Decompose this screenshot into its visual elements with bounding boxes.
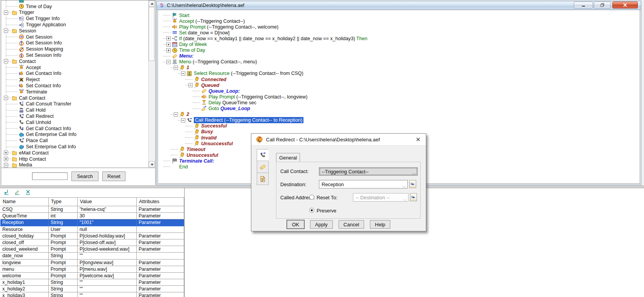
script-step-row[interactable]: Queued bbox=[161, 82, 640, 88]
close-button[interactable] bbox=[612, 2, 638, 8]
cancel-button[interactable]: Cancel bbox=[339, 220, 364, 229]
dialog-side-tab-2[interactable] bbox=[257, 173, 269, 185]
collapse-minus-icon[interactable] bbox=[174, 112, 178, 117]
collapse-minus-icon[interactable] bbox=[181, 71, 185, 76]
var-value-cell[interactable]: P[closed-holiday.wav] bbox=[78, 233, 137, 239]
var-value-cell[interactable]: P[longview.wav] bbox=[78, 260, 137, 266]
var-attributes-cell[interactable]: Parameter bbox=[137, 239, 184, 246]
palette-item[interactable]: Session Mapping bbox=[2, 46, 149, 52]
edit-variable-button[interactable] bbox=[14, 189, 20, 195]
var-type-cell[interactable]: String bbox=[49, 219, 78, 226]
expand-plus-icon[interactable] bbox=[166, 42, 171, 47]
var-name-cell[interactable]: menu bbox=[0, 266, 49, 273]
var-name-cell[interactable]: Reception bbox=[0, 219, 49, 226]
var-value-cell[interactable]: "" bbox=[78, 286, 137, 292]
collapse-minus-icon[interactable] bbox=[4, 10, 8, 15]
window-titlebar[interactable]: C:\Users\helena\Desktop\helena.aef bbox=[157, 1, 641, 10]
palette-item[interactable]: Trigger bbox=[2, 10, 149, 16]
var-value-cell[interactable]: P[menu.wav] bbox=[78, 266, 137, 273]
search-button[interactable]: Search bbox=[71, 171, 98, 181]
script-step-row[interactable]: Start bbox=[161, 12, 640, 18]
var-name-cell[interactable]: Resource bbox=[0, 226, 49, 233]
palette-item[interactable]: Accept bbox=[2, 64, 149, 71]
palette-item[interactable]: Call Unhold bbox=[2, 119, 149, 126]
palette-item[interactable]: Get Session Info bbox=[2, 40, 149, 46]
reset-to-dropdown[interactable]: -- Destination -- bbox=[353, 193, 408, 202]
script-step-row[interactable]: 1 bbox=[161, 65, 640, 71]
palette-item[interactable]: Trigger Application bbox=[2, 22, 149, 28]
var-attributes-cell[interactable]: Parameter bbox=[137, 286, 184, 292]
expand-plus-icon[interactable] bbox=[4, 157, 8, 161]
var-name-cell[interactable]: x_holiday3 bbox=[0, 292, 49, 297]
var-attributes-cell[interactable]: Parameter bbox=[137, 292, 184, 297]
palette-item[interactable]: Http Contact bbox=[2, 156, 149, 162]
expand-plus-icon[interactable] bbox=[166, 36, 171, 41]
script-step-row[interactable]: Menu: bbox=[161, 53, 640, 59]
script-step-row[interactable]: Play Prompt (--Triggering Contact--, wel… bbox=[161, 24, 640, 30]
palette-item[interactable]: Get Contact Info bbox=[2, 71, 149, 77]
var-name-cell[interactable]: x_holiday1 bbox=[0, 279, 49, 286]
script-step-row-selected[interactable]: Call Redirect (--Triggering Contact-- to… bbox=[161, 117, 640, 123]
script-step-row[interactable]: Menu (--Triggering Contact--, menu) bbox=[161, 59, 640, 65]
palette-item[interactable]: Set Contact Info bbox=[2, 83, 149, 89]
script-step-row[interactable]: Delay QueueTime sec bbox=[161, 100, 640, 105]
script-step-row[interactable]: Set date_now = D[now] bbox=[161, 30, 640, 36]
dialog-side-tab-1[interactable] bbox=[257, 161, 269, 173]
var-value-cell[interactable]: P[welcome.wav] bbox=[78, 273, 137, 279]
ok-button[interactable]: OK bbox=[287, 220, 304, 229]
preserve-radio[interactable] bbox=[309, 208, 314, 213]
palette-scrollbar[interactable] bbox=[148, 0, 155, 167]
var-type-cell[interactable]: String bbox=[49, 292, 78, 297]
collapse-minus-icon[interactable] bbox=[4, 96, 8, 100]
var-attributes-cell[interactable] bbox=[137, 253, 184, 259]
var-value-cell[interactable]: P[closed-off.wav] bbox=[78, 239, 137, 246]
palette-item[interactable]: Session bbox=[2, 28, 149, 34]
palette-item[interactable]: Get Session bbox=[2, 34, 149, 40]
var-attributes-cell[interactable]: Parameter bbox=[137, 279, 184, 286]
collapse-minus-icon[interactable] bbox=[188, 83, 193, 87]
palette-item[interactable]: Call Hold bbox=[2, 107, 149, 113]
palette-item[interactable] bbox=[2, 0, 149, 3]
palette-item[interactable]: Call Redirect bbox=[2, 113, 149, 119]
collapse-minus-icon[interactable] bbox=[4, 29, 8, 33]
var-type-cell[interactable]: Prompt bbox=[49, 246, 78, 253]
var-attributes-cell[interactable]: Parameter bbox=[137, 213, 184, 219]
var-value-cell[interactable]: "" bbox=[78, 292, 137, 297]
var-attributes-cell[interactable]: Parameter bbox=[137, 266, 184, 273]
var-type-cell[interactable]: User bbox=[49, 226, 78, 233]
var-attributes-cell[interactable]: Parameter bbox=[137, 206, 184, 213]
var-name-cell[interactable]: closed_weekend bbox=[0, 246, 49, 253]
palette-item[interactable]: Time of Day bbox=[2, 3, 149, 10]
var-attributes-cell[interactable] bbox=[137, 226, 184, 233]
destination-expression-button[interactable] bbox=[409, 180, 416, 188]
collapse-minus-icon[interactable] bbox=[4, 59, 8, 63]
palette-item[interactable]: Contact bbox=[2, 58, 149, 64]
var-type-cell[interactable]: int bbox=[49, 213, 78, 219]
palette-item[interactable]: Call Contact bbox=[2, 95, 149, 101]
palette-item[interactable]: eMail Contact bbox=[2, 150, 149, 156]
scrollbar-thumb[interactable] bbox=[149, 7, 154, 61]
script-step-row[interactable]: Play Prompt (--Triggering Contact--, lon… bbox=[161, 94, 640, 100]
dialog-side-tab-0[interactable] bbox=[257, 149, 269, 161]
var-type-cell[interactable]: String bbox=[49, 206, 78, 213]
var-name-cell[interactable]: welcome bbox=[0, 273, 49, 279]
var-value-cell[interactable]: "helena-csq" bbox=[78, 206, 137, 213]
delete-variable-button[interactable] bbox=[25, 189, 31, 195]
palette-item[interactable]: Set Enterprise Call Info bbox=[2, 144, 149, 150]
var-type-cell[interactable]: Prompt bbox=[49, 260, 78, 266]
palette-item[interactable]: Set Session Info bbox=[2, 52, 149, 58]
palette-item[interactable]: Place Call bbox=[2, 137, 149, 144]
var-name-cell[interactable]: date_now bbox=[0, 253, 49, 259]
var-attributes-cell[interactable]: Parameter bbox=[137, 219, 184, 226]
scroll-down-icon[interactable] bbox=[149, 161, 155, 167]
script-step-row[interactable]: Connected bbox=[161, 76, 640, 82]
column-header-type[interactable]: Type bbox=[49, 198, 78, 206]
script-step-row[interactable]: Day of Week bbox=[161, 41, 640, 47]
tab-general[interactable]: General bbox=[276, 153, 300, 162]
apply-button[interactable]: Apply bbox=[310, 220, 333, 229]
collapse-minus-icon[interactable] bbox=[4, 163, 8, 167]
restore-button[interactable] bbox=[594, 2, 611, 8]
var-type-cell[interactable]: String bbox=[49, 286, 78, 292]
reset-to-radio[interactable] bbox=[309, 195, 314, 200]
var-value-cell[interactable]: "" bbox=[78, 253, 137, 259]
